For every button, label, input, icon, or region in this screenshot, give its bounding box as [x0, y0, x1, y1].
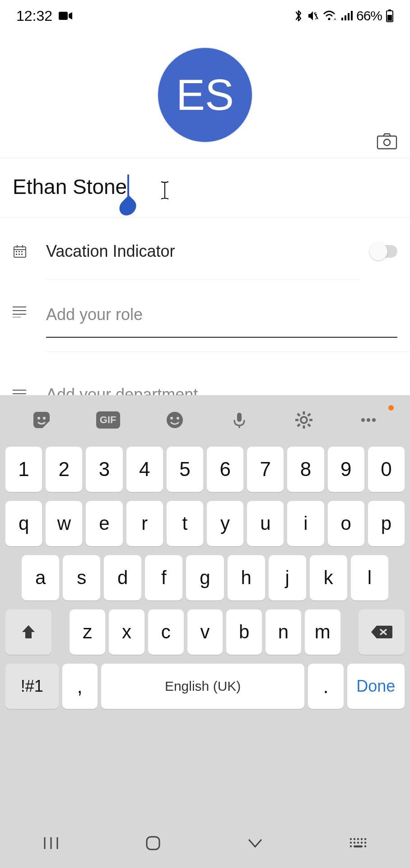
key-r[interactable]: r — [126, 501, 163, 546]
key-6[interactable]: 6 — [207, 447, 243, 492]
svg-point-2 — [328, 18, 330, 20]
key-1[interactable]: 1 — [5, 447, 42, 492]
avatar[interactable]: ES — [157, 47, 253, 143]
svg-rect-37 — [237, 413, 242, 422]
key-4[interactable]: 4 — [126, 447, 163, 492]
sticker-icon[interactable] — [32, 410, 51, 430]
kb-row-bottom: !#1 , English (UK) . Done — [5, 664, 405, 709]
gear-icon[interactable] — [294, 410, 314, 430]
svg-point-63 — [354, 842, 355, 844]
key-2[interactable]: 2 — [46, 447, 82, 492]
avatar-initials: ES — [176, 70, 234, 120]
key-v[interactable]: v — [187, 609, 223, 655]
profile-header: ES — [0, 32, 410, 158]
key-shift[interactable] — [5, 609, 51, 655]
kb-row-z: z x c v b n m — [5, 609, 405, 655]
keyboard: GIF 1 2 3 4 5 6 7 8 9 0 q w e r t y u i — [0, 395, 410, 868]
key-3[interactable]: 3 — [86, 447, 122, 492]
key-b[interactable]: b — [226, 609, 262, 655]
key-t[interactable]: t — [167, 501, 203, 546]
svg-point-60 — [361, 838, 363, 840]
role-row: Add your role — [0, 285, 410, 338]
key-symbols[interactable]: !#1 — [5, 664, 59, 709]
status-bar: 12:32 + 66% — [0, 0, 410, 32]
vacation-label: Vacation Indicator — [46, 224, 361, 279]
calendar-icon — [13, 244, 46, 259]
key-d[interactable]: d — [104, 555, 141, 600]
mic-icon[interactable] — [229, 410, 249, 430]
key-p[interactable]: p — [368, 501, 405, 546]
key-a[interactable]: a — [22, 555, 59, 600]
key-m[interactable]: m — [305, 609, 340, 655]
nav-back-icon[interactable] — [246, 837, 264, 849]
key-k[interactable]: k — [310, 555, 347, 600]
svg-point-50 — [372, 418, 376, 422]
nav-home-icon[interactable] — [144, 834, 162, 852]
key-e[interactable]: e — [86, 501, 122, 546]
svg-rect-0 — [59, 12, 68, 20]
svg-point-36 — [177, 417, 179, 420]
svg-rect-17 — [16, 251, 17, 252]
svg-point-12 — [384, 139, 390, 146]
svg-point-35 — [170, 417, 173, 420]
gif-button[interactable]: GIF — [96, 411, 120, 429]
mute-vibrate-icon — [307, 9, 319, 22]
svg-rect-10 — [387, 15, 392, 21]
emoji-icon[interactable] — [165, 410, 185, 430]
key-i[interactable]: i — [287, 501, 324, 546]
key-done[interactable]: Done — [347, 664, 405, 709]
name-input[interactable] — [13, 175, 397, 199]
svg-text:+: + — [334, 17, 336, 22]
key-9[interactable]: 9 — [328, 447, 364, 492]
key-comma[interactable]: , — [62, 664, 98, 709]
key-u[interactable]: u — [247, 501, 284, 546]
lines-icon — [13, 306, 46, 317]
key-8[interactable]: 8 — [287, 447, 324, 492]
svg-rect-7 — [351, 11, 353, 20]
key-n[interactable]: n — [266, 609, 301, 655]
key-s[interactable]: s — [63, 555, 100, 600]
notification-dot — [388, 405, 394, 410]
name-field-row — [0, 158, 410, 217]
key-y[interactable]: y — [207, 501, 243, 546]
svg-rect-6 — [348, 13, 349, 20]
kb-row-numbers: 1 2 3 4 5 6 7 8 9 0 — [5, 447, 405, 492]
status-time: 12:32 — [16, 8, 52, 24]
more-icon[interactable] — [359, 410, 378, 430]
key-f[interactable]: f — [145, 555, 182, 600]
key-o[interactable]: o — [328, 501, 364, 546]
svg-rect-20 — [16, 254, 17, 255]
role-input[interactable]: Add your role — [46, 285, 397, 338]
svg-point-57 — [350, 838, 352, 840]
key-q[interactable]: q — [5, 501, 42, 546]
svg-line-44 — [298, 414, 300, 416]
svg-point-68 — [364, 845, 366, 847]
key-w[interactable]: w — [46, 501, 82, 546]
key-g[interactable]: g — [186, 555, 224, 600]
key-j[interactable]: j — [269, 555, 306, 600]
key-0[interactable]: 0 — [368, 447, 405, 492]
key-c[interactable]: c — [148, 609, 184, 655]
svg-line-46 — [308, 414, 310, 416]
video-indicator-icon — [59, 11, 72, 21]
key-7[interactable]: 7 — [247, 447, 284, 492]
svg-point-65 — [361, 842, 363, 844]
key-x[interactable]: x — [109, 609, 144, 655]
key-backspace[interactable] — [359, 609, 405, 655]
camera-button[interactable] — [377, 132, 397, 150]
key-space[interactable]: English (UK) — [101, 664, 304, 709]
key-z[interactable]: z — [70, 609, 105, 655]
vacation-toggle[interactable] — [371, 245, 397, 258]
svg-point-67 — [350, 845, 352, 847]
nav-recents-icon[interactable] — [42, 835, 60, 851]
svg-rect-56 — [147, 837, 159, 849]
key-period[interactable]: . — [308, 664, 343, 709]
svg-line-45 — [308, 424, 310, 426]
svg-line-1 — [314, 13, 318, 19]
key-h[interactable]: h — [228, 555, 265, 600]
svg-point-39 — [301, 417, 307, 423]
key-l[interactable]: l — [351, 555, 388, 600]
bluetooth-icon — [294, 9, 303, 23]
key-5[interactable]: 5 — [167, 447, 203, 492]
nav-keyboard-switch-icon[interactable] — [348, 836, 368, 850]
